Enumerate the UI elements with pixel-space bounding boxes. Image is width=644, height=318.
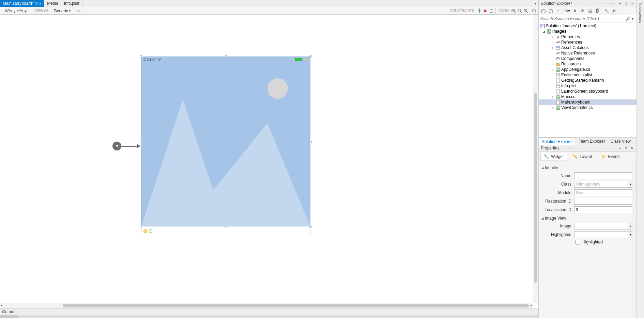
selection-handle[interactable] xyxy=(309,141,312,143)
solution-tree[interactable]: Solution 'Images' (1 project) ◢ C# Image… xyxy=(539,22,637,137)
highlighted-checkbox[interactable] xyxy=(576,240,580,244)
scroll-left-icon[interactable]: ◂ xyxy=(1,303,2,307)
selection-handle[interactable] xyxy=(140,141,142,143)
tab-main-storyboard[interactable]: Main.storyboard* ⇲ × xyxy=(0,0,44,7)
title-grip[interactable] xyxy=(574,3,615,4)
localization-id-input[interactable] xyxy=(574,206,634,213)
constraint-remove-button[interactable]: ✖ xyxy=(482,8,488,14)
selection-handle[interactable] xyxy=(225,226,227,228)
properties-scroll[interactable]: ◢ Identity Name Class ▾ xyxy=(539,161,637,318)
zoom-out-button[interactable] xyxy=(511,8,516,14)
size-class-button[interactable]: WAny HAny xyxy=(1,9,30,13)
uiimageview-canvas[interactable]: Carrier ⚡ xyxy=(141,57,310,226)
selection-handle[interactable] xyxy=(309,226,312,228)
refresh-button[interactable]: ⟳ xyxy=(579,8,585,14)
forward-button[interactable]: ◯ xyxy=(548,8,554,14)
tab-overflow-button[interactable]: ▾ xyxy=(532,0,538,7)
design-canvas[interactable]: ⚑ Carrier ⚡ xyxy=(0,15,538,308)
scroll-right-icon[interactable]: ▸ xyxy=(531,303,532,307)
section-header[interactable]: ◢ Identity xyxy=(541,165,634,170)
expand-arrow-icon[interactable]: ◢ xyxy=(542,30,546,33)
properties-button[interactable]: 🔧 xyxy=(603,8,610,14)
tab-events[interactable]: ⚡ Events xyxy=(597,153,624,160)
tree-item[interactable]: ▷C#ViewController.cs xyxy=(539,105,637,110)
home-button[interactable]: ⌂ xyxy=(555,8,561,14)
tree-item[interactable]: Entitlements.plist xyxy=(539,72,637,78)
highlighted-input[interactable] xyxy=(574,231,628,238)
scrollbar-thumb[interactable] xyxy=(534,93,537,283)
tree-item[interactable]: LaunchScreen.storyboard xyxy=(539,89,637,94)
tab-class-view[interactable]: Class View xyxy=(608,138,633,145)
pin-button[interactable]: ⇧ xyxy=(624,1,628,6)
properties-vscroll[interactable] xyxy=(632,161,637,318)
canvas-hscroll[interactable]: ◂ ▸ xyxy=(0,303,533,308)
notifications-sidebar[interactable]: Notifications xyxy=(637,0,644,318)
expand-arrow-icon[interactable]: ▷ xyxy=(551,41,554,44)
pin-icon[interactable]: ⇲ xyxy=(35,2,38,5)
expand-arrow-icon[interactable]: ▷ xyxy=(551,95,554,98)
tree-item[interactable]: Native References xyxy=(539,50,637,56)
expand-arrow-icon[interactable]: ▷ xyxy=(551,46,554,49)
tree-item[interactable]: ▷C#Main.cs xyxy=(539,94,637,99)
tab-media[interactable]: Media xyxy=(44,0,61,7)
scrollbar-thumb[interactable] xyxy=(63,304,529,307)
image-input[interactable] xyxy=(574,223,628,229)
show-all-files-button[interactable]: 🗐 xyxy=(594,8,600,14)
back-button[interactable]: ◯ xyxy=(540,8,546,14)
selection-handle[interactable] xyxy=(309,55,312,58)
zoom-fit-button[interactable] xyxy=(517,8,522,14)
collapse-all-button[interactable]: ⿻ xyxy=(587,8,593,14)
zoom-in-button[interactable] xyxy=(523,8,528,14)
tree-item[interactable]: ▷Properties xyxy=(539,34,637,39)
name-input[interactable] xyxy=(574,172,634,179)
close-button[interactable]: ✕ xyxy=(630,146,634,150)
class-input[interactable] xyxy=(574,181,628,188)
solution-node[interactable]: Solution 'Images' (1 project) xyxy=(539,23,637,29)
tab-widget[interactable]: 🔧 Widget xyxy=(540,153,567,160)
module-input[interactable] xyxy=(574,189,634,196)
search-input[interactable] xyxy=(540,16,624,21)
expand-arrow-icon[interactable]: ▷ xyxy=(551,68,554,71)
close-icon[interactable]: × xyxy=(39,1,41,5)
tab-solution-explorer[interactable]: Solution Explorer xyxy=(539,138,576,145)
tree-item[interactable]: Components xyxy=(539,56,637,61)
orientation-button[interactable]: ▭ xyxy=(75,8,82,14)
canvas-vscroll[interactable] xyxy=(533,15,538,303)
selection-handle[interactable] xyxy=(225,55,227,58)
tree-item[interactable]: ▷Asset Catalogs xyxy=(539,45,637,50)
tab-info-plist[interactable]: Info.plist xyxy=(61,0,82,7)
tree-item[interactable]: GettingStarted.Xamarin xyxy=(539,78,637,83)
expand-arrow-icon[interactable]: ▷ xyxy=(551,106,554,109)
tab-team-explorer[interactable]: Team Explorer xyxy=(576,138,608,145)
zoom-actual-button[interactable] xyxy=(532,8,537,14)
exit-icon[interactable]: ↩ xyxy=(149,229,152,233)
selection-handle[interactable] xyxy=(140,55,142,58)
close-button[interactable]: ✕ xyxy=(630,1,634,6)
expand-arrow-icon[interactable]: ▷ xyxy=(551,63,554,66)
sync-button[interactable]: ⟲▾ xyxy=(564,8,570,14)
title-grip[interactable] xyxy=(562,148,615,148)
tree-item[interactable]: ▷Resources xyxy=(539,61,637,67)
output-panel-tab[interactable]: Output xyxy=(0,308,538,315)
selection-handle[interactable] xyxy=(140,226,142,228)
window-position-button[interactable]: ▾ xyxy=(617,146,622,150)
search-dropdown-icon[interactable]: 🔎 ▾ xyxy=(624,16,635,21)
tree-item[interactable]: ▷References xyxy=(539,39,637,45)
device-selector[interactable]: Generic ▾ xyxy=(51,8,73,14)
tree-item[interactable]: Main.storyboard xyxy=(539,99,637,105)
restoration-id-input[interactable] xyxy=(574,198,634,205)
pending-changes-button[interactable]: ↯ xyxy=(572,8,578,14)
section-header[interactable]: ◢ Image View xyxy=(541,216,634,221)
initial-view-controller-arrow[interactable]: ⚑ xyxy=(112,142,140,150)
view-controller-icon[interactable]: ◎ xyxy=(143,229,147,233)
preview-button[interactable]: ⧉ xyxy=(611,8,617,14)
tree-item[interactable]: ▷C#AppDelegate.cs xyxy=(539,67,637,72)
constraint-add-button[interactable]: ╋ xyxy=(476,8,482,14)
project-node[interactable]: ◢ C# Images xyxy=(539,29,637,34)
expand-arrow-icon[interactable]: ▷ xyxy=(551,35,554,38)
pin-button[interactable]: ⇧ xyxy=(624,146,628,150)
tree-item[interactable]: Info.plist xyxy=(539,83,637,89)
constraint-frame-button[interactable]: ▢ xyxy=(489,8,494,14)
window-position-button[interactable]: ▾ xyxy=(617,1,622,6)
tab-layout[interactable]: 📏 Layout xyxy=(569,153,596,160)
